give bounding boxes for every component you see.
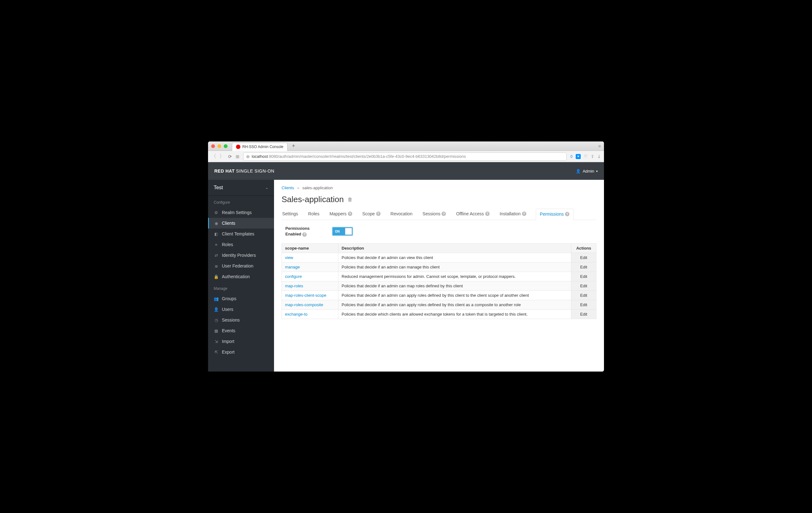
tab-settings[interactable]: Settings	[282, 209, 299, 220]
tab-roles[interactable]: Roles	[308, 209, 320, 220]
scope-link[interactable]: map-roles	[285, 284, 303, 288]
edit-button[interactable]: Edit	[580, 265, 587, 269]
browser-toolbar: 〈 〉 ⟳ ⊞ ⊕ localhost:8080/auth/admin/mast…	[208, 151, 604, 162]
scope-link[interactable]: view	[285, 255, 293, 260]
scope-link[interactable]: map-roles-composite	[285, 303, 323, 307]
app-header: RED HAT SINGLE SIGN-ON 👤 Admin ▾	[208, 162, 604, 180]
sidebar-item-groups[interactable]: 👥Groups	[208, 293, 274, 304]
help-icon[interactable]: ?	[522, 211, 526, 216]
sidebar-item-users[interactable]: 👤Users	[208, 304, 274, 315]
sidebar-item-label: Client Templates	[222, 231, 254, 236]
sidebar-item-events[interactable]: ▦Events	[208, 325, 274, 336]
tab-offline-access[interactable]: Offline Access ?	[455, 209, 490, 220]
forward-button[interactable]: 〉	[219, 153, 224, 160]
new-tab-button[interactable]: +	[290, 143, 297, 149]
sidebar-item-sessions[interactable]: ◷Sessions	[208, 315, 274, 325]
tab-label: Installation	[500, 211, 521, 216]
user-menu[interactable]: 👤 Admin ▾	[576, 169, 598, 173]
share-icon[interactable]: ⇪	[591, 154, 594, 159]
sidebar-icon: ⚙	[214, 210, 219, 215]
tab-scope[interactable]: Scope ?	[362, 209, 381, 220]
sidebar-item-user-federation[interactable]: ≣User Federation	[208, 261, 274, 271]
sidebar-item-authentication[interactable]: 🔒Authentication	[208, 271, 274, 282]
sidebar-item-realm-settings[interactable]: ⚙Realm Settings	[208, 207, 274, 218]
help-icon[interactable]: ?	[376, 211, 381, 216]
sidebar-item-clients[interactable]: ◉Clients	[208, 218, 274, 229]
table-row: map-roles-compositePolicies that decide …	[282, 300, 597, 310]
table-row: managePolicies that decide if an admin c…	[282, 262, 597, 272]
tracker-badge-icon[interactable]: ✕	[576, 154, 581, 159]
apps-icon[interactable]: ⊞	[236, 154, 239, 159]
help-icon[interactable]: ?	[485, 211, 490, 216]
edit-button[interactable]: Edit	[580, 293, 587, 298]
scope-link[interactable]: manage	[285, 265, 300, 269]
sidebar-item-label: Export	[222, 349, 234, 354]
help-icon[interactable]: ?	[565, 212, 570, 216]
permissions-table: scope-name Description Actions viewPolic…	[282, 243, 597, 319]
sidebar-item-label: User Federation	[222, 263, 253, 268]
url-host: localhost	[252, 154, 268, 159]
close-window-button[interactable]	[211, 144, 215, 148]
browser-tab[interactable]: RH-SSO Admin Console	[232, 143, 288, 151]
sidebar-icon: ⇄	[214, 253, 219, 258]
scope-link[interactable]: configure	[285, 274, 302, 279]
tab-sessions[interactable]: Sessions ?	[422, 209, 447, 220]
breadcrumb-current: sales-application	[302, 186, 333, 190]
tab-mappers[interactable]: Mappers ?	[329, 209, 353, 220]
tab-installation[interactable]: Installation ?	[499, 209, 527, 220]
tab-revocation[interactable]: Revocation	[390, 209, 413, 220]
downloads-icon[interactable]: ⤓	[598, 154, 601, 159]
edit-button[interactable]: Edit	[580, 255, 587, 260]
back-button[interactable]: 〈	[211, 153, 216, 160]
help-icon[interactable]: ?	[441, 211, 446, 216]
sidebar-item-export[interactable]: ⇱Export	[208, 347, 274, 358]
favorite-icon[interactable]: ♡	[584, 154, 588, 159]
shield-icon: ⊕	[246, 154, 250, 159]
page-title: Sales-application 🗑	[282, 195, 597, 204]
sidebar-icon: ◷	[214, 318, 219, 322]
brand-rest: SINGLE SIGN-ON	[235, 169, 274, 173]
edit-button[interactable]: Edit	[580, 312, 587, 317]
th-desc: Description	[339, 244, 571, 253]
reload-button[interactable]: ⟳	[228, 154, 232, 159]
edit-button[interactable]: Edit	[580, 274, 587, 279]
sidebar-icon: 👥	[214, 296, 219, 301]
sidebar-item-import[interactable]: ⇲Import	[208, 336, 274, 347]
url-bar[interactable]: ⊕ localhost:8080/auth/admin/master/conso…	[243, 152, 567, 161]
tab-label: Roles	[308, 211, 320, 216]
sidebar-icon: 👤	[214, 307, 219, 312]
brand-strong: RED HAT	[214, 169, 235, 173]
tab-permissions[interactable]: Permissions ?	[536, 209, 574, 220]
favicon-icon	[236, 145, 240, 149]
scope-description: Reduced management permissions for admin…	[339, 272, 571, 281]
sidebar-icon: 🔒	[214, 275, 219, 279]
tab-label: Revocation	[390, 211, 413, 216]
sidebar-section-manage: Manage	[208, 282, 274, 293]
sidebar-item-client-templates[interactable]: ◧Client Templates	[208, 229, 274, 239]
edit-button[interactable]: Edit	[580, 303, 587, 307]
help-icon[interactable]: ?	[348, 211, 352, 216]
titlebar: RH-SSO Admin Console + ≡	[208, 141, 604, 151]
sidebar-item-roles[interactable]: ≡Roles	[208, 239, 274, 250]
browser-window: RH-SSO Admin Console + ≡ 〈 〉 ⟳ ⊞ ⊕ local…	[208, 141, 604, 372]
sidebar-item-label: Realm Settings	[222, 210, 252, 215]
chevron-down-icon: ⌄	[265, 186, 268, 190]
scope-description: Policies that decide if an admin can man…	[339, 262, 571, 272]
trash-icon[interactable]: 🗑	[348, 197, 353, 202]
tab-overflow-icon[interactable]: ≡	[598, 144, 601, 149]
scope-link[interactable]: exchange-to	[285, 312, 308, 317]
table-row: exchange-toPolicies that decide which cl…	[282, 310, 597, 319]
breadcrumb-root[interactable]: Clients	[282, 186, 294, 190]
minimize-window-button[interactable]	[218, 144, 221, 148]
edit-button[interactable]: Edit	[580, 284, 587, 288]
scope-link[interactable]: map-roles-client-scope	[285, 293, 326, 298]
sidebar-item-identity-providers[interactable]: ⇄Identity Providers	[208, 250, 274, 261]
permissions-enabled-row: Permissions Enabled ? ON	[282, 226, 597, 237]
zoom-window-button[interactable]	[224, 144, 228, 148]
help-icon[interactable]: ?	[302, 232, 307, 237]
tab-label: Scope	[362, 211, 375, 216]
sidebar-icon: ▦	[214, 329, 219, 333]
realm-selector[interactable]: Test ⌄	[208, 180, 274, 196]
scope-description: Policies that decide if an admin can app…	[339, 300, 571, 310]
permissions-enabled-toggle[interactable]: ON	[332, 227, 353, 235]
